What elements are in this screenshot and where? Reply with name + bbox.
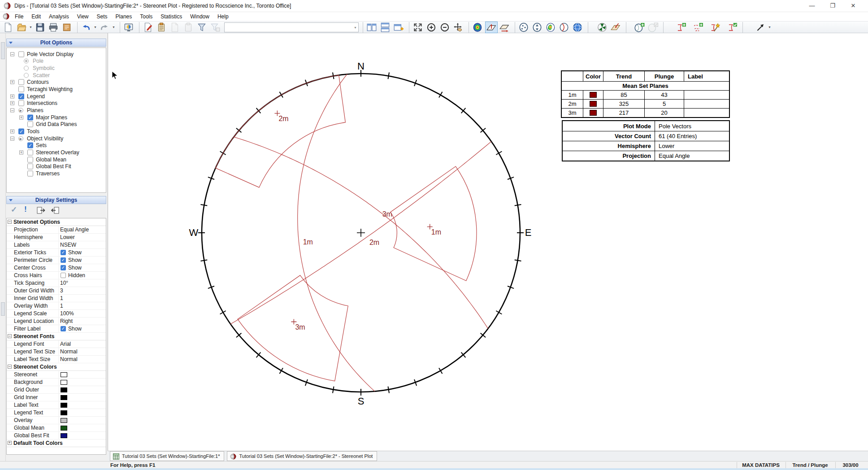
set-window-3m[interactable]: [238, 275, 348, 381]
checkbox-checked[interactable]: ✓: [61, 265, 66, 270]
filter-combo-box[interactable]: ▼: [224, 22, 359, 32]
grid-row-value[interactable]: 1: [60, 303, 63, 309]
color-swatch[interactable]: [61, 426, 67, 431]
rosette-plot-button[interactable]: [596, 22, 609, 33]
add-freehand-set-window-button[interactable]: [692, 22, 705, 33]
checkbox-unchecked[interactable]: [27, 170, 33, 176]
color-swatch[interactable]: [61, 395, 67, 400]
major-planes-plot-button[interactable]: [558, 22, 571, 33]
grid-row-value[interactable]: Right: [60, 318, 73, 325]
dip-vector-mode-button[interactable]: [499, 22, 511, 33]
tree-item-object-visibility[interactable]: –▶Object Visibility: [7, 135, 105, 142]
checkbox-unchecked[interactable]: [18, 79, 24, 85]
paste-button[interactable]: [182, 22, 195, 33]
export-settings-button[interactable]: [37, 206, 46, 214]
menu-analysis[interactable]: Analysis: [45, 13, 73, 21]
collapsed-panel-tab[interactable]: [1, 42, 5, 59]
menu-tools[interactable]: Tools: [136, 13, 156, 21]
expand-box-icon[interactable]: +: [10, 94, 14, 98]
stereonet-3d-button[interactable]: [572, 22, 584, 33]
collapse-box-icon[interactable]: –: [10, 136, 14, 140]
pan-button[interactable]: [452, 22, 465, 33]
grid-row-value[interactable]: Show: [68, 249, 82, 256]
new-file-button[interactable]: [2, 22, 15, 33]
radio-selected[interactable]: [24, 59, 29, 64]
set-window-1m[interactable]: [391, 166, 477, 281]
checkbox-unchecked[interactable]: [27, 122, 33, 127]
stereonet-plot[interactable]: NESW1m1m2m2m3m3m: [108, 33, 868, 451]
checkbox-unchecked[interactable]: [18, 87, 24, 92]
grid-row-value[interactable]: 3: [60, 287, 63, 294]
color-swatch[interactable]: [61, 372, 67, 377]
grid-row-value[interactable]: Equal Angle: [60, 226, 89, 233]
display-options-button[interactable]: [123, 22, 135, 33]
defaults-button[interactable]: !: [24, 205, 27, 214]
checkbox-unchecked[interactable]: [18, 51, 24, 57]
zoom-out-button[interactable]: [439, 22, 451, 33]
checkbox-checked[interactable]: ✓: [18, 93, 24, 99]
checkbox-unchecked[interactable]: [27, 149, 33, 155]
checkbox-checked[interactable]: ✓: [61, 326, 66, 331]
checkbox-unchecked[interactable]: [18, 100, 24, 106]
contour-plot-button[interactable]: [472, 22, 484, 33]
collapse-box-icon[interactable]: –: [10, 52, 14, 56]
tile-horizontal-button[interactable]: [379, 22, 392, 33]
checkbox-checked[interactable]: ✓: [27, 143, 33, 148]
copy-button[interactable]: [169, 22, 182, 33]
grid-row-stereonet-colors[interactable]: –Stereonet Colors: [7, 363, 106, 371]
tree-item-tools[interactable]: +✓Tools: [7, 128, 105, 135]
filter-clear-button[interactable]: [209, 22, 222, 33]
radio-unselected[interactable]: [24, 73, 29, 78]
stereonet-overlay-button[interactable]: [647, 22, 660, 33]
color-swatch[interactable]: [61, 418, 67, 423]
tree-item-major-planes[interactable]: +✓Major Planes: [7, 114, 105, 121]
checkbox-checked[interactable]: ✓: [18, 128, 24, 134]
collapse-box-icon[interactable]: –: [8, 220, 12, 224]
expand-box-icon[interactable]: +: [19, 150, 23, 154]
minimize-button[interactable]: —: [805, 2, 819, 10]
grid-row-value[interactable]: 100%: [60, 310, 74, 317]
color-swatch[interactable]: [61, 403, 67, 408]
expand-box-icon[interactable]: +: [19, 115, 23, 119]
save-file-button[interactable]: [34, 22, 47, 33]
scatter-plot-button[interactable]: [531, 22, 544, 33]
undo-dropdown[interactable]: ▼: [94, 22, 99, 33]
zoom-in-button[interactable]: [425, 22, 438, 33]
grid-row-value[interactable]: Normal: [60, 356, 78, 363]
plot-options-header[interactable]: Plot Options: [6, 39, 106, 47]
tree-item-contours[interactable]: +Contours: [7, 79, 105, 86]
expand-box-icon[interactable]: +: [10, 80, 14, 84]
checkbox-checked[interactable]: ✓: [27, 114, 33, 120]
menu-sets[interactable]: Sets: [93, 13, 112, 21]
menu-statistics[interactable]: Statistics: [156, 13, 186, 21]
add-plane-button[interactable]: [634, 22, 646, 33]
tree-item-scatter[interactable]: Scatter: [7, 72, 105, 79]
zoom-extents-button[interactable]: [412, 22, 425, 33]
plane-vector-mode-button[interactable]: [485, 22, 498, 33]
tree-item-intersections[interactable]: +Intersections: [7, 100, 105, 107]
checkbox-unchecked[interactable]: [61, 273, 66, 278]
edit-data-button[interactable]: [142, 22, 155, 33]
close-button[interactable]: ✕: [846, 2, 860, 10]
grid-row-value[interactable]: 1: [60, 295, 63, 302]
menu-view[interactable]: View: [73, 13, 93, 21]
menu-window[interactable]: Window: [186, 13, 213, 21]
checkbox-checked[interactable]: ✓: [61, 257, 66, 263]
grid-row-stereonet-options[interactable]: –Stereonet Options: [7, 218, 106, 226]
tree-item-global-best-fit[interactable]: Global Best Fit: [7, 163, 105, 170]
expand-box-icon[interactable]: +: [8, 441, 12, 445]
grid-row-default-tool-colors[interactable]: +Default Tool Colors: [7, 440, 106, 447]
maximize-button[interactable]: ❐: [826, 2, 839, 10]
grid-row-value[interactable]: Show: [68, 265, 82, 271]
edit-sets-button[interactable]: [726, 22, 739, 33]
menu-planes[interactable]: Planes: [112, 13, 136, 21]
display-settings-header[interactable]: Display Settings: [6, 196, 106, 204]
grid-row-value[interactable]: Show: [68, 326, 82, 332]
import-settings-button[interactable]: [50, 206, 59, 214]
filter-data-button[interactable]: [196, 22, 208, 33]
tree-item-planes[interactable]: –▶Planes: [7, 107, 105, 114]
tree-item-grid-data-planes[interactable]: Grid Data Planes: [7, 121, 105, 128]
tree-item-symbolic[interactable]: Symbolic: [7, 65, 105, 72]
add-set-window-button[interactable]: [675, 22, 688, 33]
tree-item-pole-vector-display[interactable]: –Pole Vector Display: [7, 51, 105, 58]
